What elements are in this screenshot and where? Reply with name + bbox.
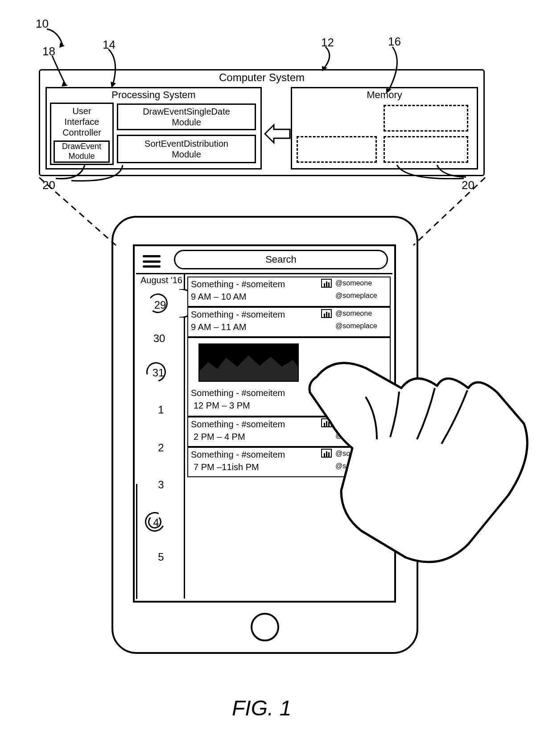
event-2-time: 12 PM – 3 PM [194, 401, 250, 411]
date-2[interactable]: 2 [153, 442, 169, 454]
event-2-image [198, 343, 299, 382]
event-0-user: @someone [335, 279, 372, 287]
figure-label: FIG. 1 [232, 696, 291, 720]
event-2-title: Something - #someitem [191, 388, 285, 398]
ui-controller-l3: Controller [62, 127, 101, 138]
people-icon [321, 279, 332, 288]
search-input[interactable]: Search [174, 250, 388, 269]
event-1-title: Something - #someitem [191, 310, 285, 320]
ui-controller-l2: Interface [65, 116, 99, 127]
event-1-place: @someplace [335, 322, 377, 330]
memory-slot-1 [384, 105, 468, 132]
hamburger-icon[interactable] [143, 255, 161, 268]
svg-line-6 [39, 178, 116, 245]
event-3-time: 2 PM – 4 PM [194, 432, 245, 442]
memory-slot-2 [297, 136, 377, 163]
svg-line-7 [413, 178, 485, 245]
leader-10-arc [42, 25, 69, 51]
memory-slot-3 [384, 136, 468, 163]
event-0-title: Something - #someitem [191, 279, 285, 289]
date-4[interactable]: 4 [152, 516, 161, 529]
people-icon [321, 309, 332, 318]
computer-system-label: Computer System [39, 71, 485, 84]
memory-label: Memory [291, 89, 478, 101]
ui-controller-l1: User [72, 106, 91, 116]
event-0-time: 9 AM – 10 AM [191, 292, 247, 302]
date-rail [136, 273, 185, 599]
date-1[interactable]: 1 [153, 404, 169, 416]
event-1-time: 9 AM – 11 AM [191, 322, 247, 332]
draw-event-module-box: DrawEvent Module [54, 140, 110, 163]
event-4-title: Something - #someitem [191, 450, 285, 460]
home-button[interactable] [251, 613, 279, 641]
search-placeholder-text: Search [265, 254, 297, 265]
event-3-title: Something - #someitem [191, 419, 285, 430]
event-1-user: @someone [335, 310, 372, 318]
svg-marker-5 [265, 125, 290, 143]
date-5[interactable]: 5 [153, 551, 169, 563]
pointing-hand-icon [299, 343, 531, 575]
date-29[interactable]: 29 [153, 299, 168, 311]
sort-event-distribution-box: SortEventDistribution Module [117, 135, 256, 163]
date-30[interactable]: 30 [152, 332, 167, 345]
date-3[interactable]: 3 [153, 479, 169, 491]
event-4-time: 7 PM –11ish PM [194, 462, 259, 472]
draw-event-single-date-box: DrawEventSingleDate Module [117, 103, 256, 130]
event-0-place: @someplace [335, 292, 377, 300]
date-31[interactable]: 31 [151, 367, 166, 379]
processing-system-label: Processing System [45, 89, 262, 101]
arrow-memory-to-processing [264, 123, 291, 145]
